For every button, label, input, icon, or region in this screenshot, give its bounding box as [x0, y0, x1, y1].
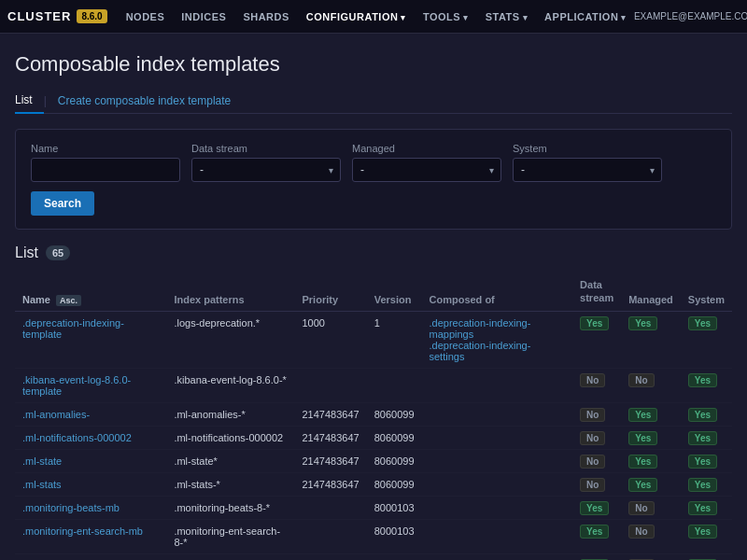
system-select[interactable]: - Yes No: [513, 158, 662, 182]
list-title: List: [15, 245, 38, 261]
name-filter-group: Name: [31, 143, 180, 182]
nav-indices[interactable]: INDICES: [174, 7, 233, 26]
no-badge: No: [628, 373, 654, 387]
system-filter-group: System - Yes No: [513, 143, 662, 182]
cell-version: 8000103: [367, 496, 422, 519]
table-row: .ml-state .ml-state* 2147483647 8060099 …: [15, 449, 732, 472]
cell-priority: 2147483647: [294, 426, 366, 449]
table-header-row: Name Asc. Index patterns Priority Versio…: [15, 273, 732, 311]
cell-priority: [294, 368, 366, 402]
table-row: .deprecation-indexing-template .logs-dep…: [15, 311, 732, 368]
nav-nodes[interactable]: NODES: [119, 7, 173, 26]
nav-shards[interactable]: SHARDS: [235, 7, 296, 26]
template-name-link[interactable]: .ml-state: [22, 455, 62, 467]
managed-filter-group: Managed - Yes No: [352, 143, 501, 182]
col-data-stream: Datastream: [572, 273, 621, 311]
table-row: .kibana-event-log-8.6.0-template .kibana…: [15, 368, 732, 402]
cell-name: .monitoring-beats-mb: [15, 496, 166, 519]
template-name-link[interactable]: .monitoring-beats-mb: [22, 502, 120, 513]
list-count-badge: 65: [46, 245, 70, 260]
cell-composed-of: [422, 472, 573, 496]
name-filter-label: Name: [31, 143, 180, 154]
cell-managed: Yes: [621, 402, 681, 426]
cell-composed-of: [422, 519, 573, 553]
cell-data-stream: Yes: [572, 311, 621, 368]
nav-items: NODES INDICES SHARDS CONFIGURATION TOOLS…: [119, 7, 634, 26]
cell-composed-of: [422, 368, 573, 402]
cell-system: Yes: [681, 553, 732, 560]
cell-data-stream: No: [572, 472, 621, 496]
composed-link[interactable]: .deprecation-indexing-mappings: [430, 317, 531, 340]
nav-brand: CLUSTER: [7, 9, 71, 23]
cell-priority: 2147483647: [294, 402, 366, 426]
table-head: Name Asc. Index patterns Priority Versio…: [15, 273, 732, 311]
template-name-link[interactable]: .kibana-event-log-8.6.0-template: [22, 374, 131, 397]
cell-system: Yes: [681, 402, 732, 426]
cell-system: Yes: [681, 426, 732, 449]
template-name-link[interactable]: .ml-stats: [22, 479, 62, 490]
template-name-link[interactable]: .monitoring-ent-search-mb: [22, 525, 143, 537]
nav-tools[interactable]: TOOLS: [416, 7, 476, 26]
cell-index-patterns: .ml-stats-*: [166, 472, 294, 496]
cell-managed: Yes: [621, 311, 681, 368]
cell-priority: 2147483647: [294, 472, 366, 496]
composed-link[interactable]: .deprecation-indexing-settings: [430, 340, 531, 362]
managed-select[interactable]: - Yes No: [352, 158, 501, 182]
col-composed-of: Composed of: [422, 273, 573, 311]
cell-system: Yes: [681, 472, 732, 496]
cell-version: 8060099: [367, 472, 422, 496]
cell-managed: No: [621, 368, 681, 402]
template-name-link[interactable]: .ml-anomalies-: [22, 409, 90, 420]
cell-data-stream: No: [572, 426, 621, 449]
cell-index-patterns: .monitoring-es-8-*: [166, 553, 294, 560]
cell-version: 8000103: [367, 519, 422, 553]
data-stream-filter-group: Data stream - Yes No: [191, 143, 341, 182]
cell-index-patterns: .kibana-event-log-8.6.0-*: [166, 368, 294, 402]
search-button[interactable]: Search: [31, 191, 94, 216]
tab-list[interactable]: List: [15, 88, 44, 114]
yes-badge: Yes: [628, 431, 657, 445]
cell-priority: 1000: [294, 311, 366, 368]
tab-create-template[interactable]: Create composable index template: [58, 94, 231, 107]
no-badge: No: [580, 478, 605, 492]
table-body: .deprecation-indexing-template .logs-dep…: [15, 311, 732, 560]
managed-select-wrapper: - Yes No: [352, 158, 501, 182]
cell-name: .ml-notifications-000002: [15, 426, 166, 449]
cell-composed-of: .deprecation-indexing-mappings.deprecati…: [422, 311, 573, 368]
cell-priority: [294, 496, 366, 519]
cell-name: .deprecation-indexing-template: [15, 311, 166, 368]
cell-index-patterns: .monitoring-beats-8-*: [166, 496, 294, 519]
col-name[interactable]: Name Asc.: [15, 273, 166, 311]
table-row: .ml-anomalies- .ml-anomalies-* 214748364…: [15, 402, 732, 426]
cell-system: Yes: [681, 449, 732, 472]
table-row: .ml-stats .ml-stats-* 2147483647 8060099…: [15, 472, 732, 496]
tab-divider: |: [44, 94, 47, 107]
nav-application[interactable]: APPLICATION: [537, 7, 634, 26]
yes-badge: Yes: [688, 408, 717, 422]
template-name-link[interactable]: .deprecation-indexing-template: [22, 317, 124, 340]
cell-managed: No: [621, 519, 681, 553]
col-priority: Priority: [294, 273, 366, 311]
cell-managed: Yes: [621, 449, 681, 472]
name-filter-input[interactable]: [31, 158, 180, 182]
yes-badge: Yes: [628, 408, 657, 422]
managed-filter-label: Managed: [352, 143, 501, 154]
no-badge: No: [580, 455, 605, 469]
nav-configuration[interactable]: CONFIGURATION: [299, 7, 414, 26]
col-name-label: Name: [22, 294, 50, 305]
cell-data-stream: Yes: [572, 519, 621, 553]
cell-name: .ml-anomalies-: [15, 402, 166, 426]
yes-badge: Yes: [688, 373, 717, 387]
nav-stats[interactable]: STATS: [478, 7, 535, 26]
yes-badge: Yes: [628, 455, 657, 469]
yes-badge: Yes: [688, 455, 717, 469]
table-row: .monitoring-es-mb .monitoring-es-8-* 800…: [15, 553, 732, 560]
cell-composed-of: [422, 553, 573, 560]
template-name-link[interactable]: .ml-notifications-000002: [22, 432, 132, 443]
no-badge: No: [580, 431, 605, 445]
data-stream-select[interactable]: - Yes No: [191, 158, 341, 182]
cell-managed: Yes: [621, 472, 681, 496]
cell-version: 8060099: [367, 426, 422, 449]
cell-version: 8060099: [367, 402, 422, 426]
tab-bar: List | Create composable index template: [15, 88, 732, 114]
